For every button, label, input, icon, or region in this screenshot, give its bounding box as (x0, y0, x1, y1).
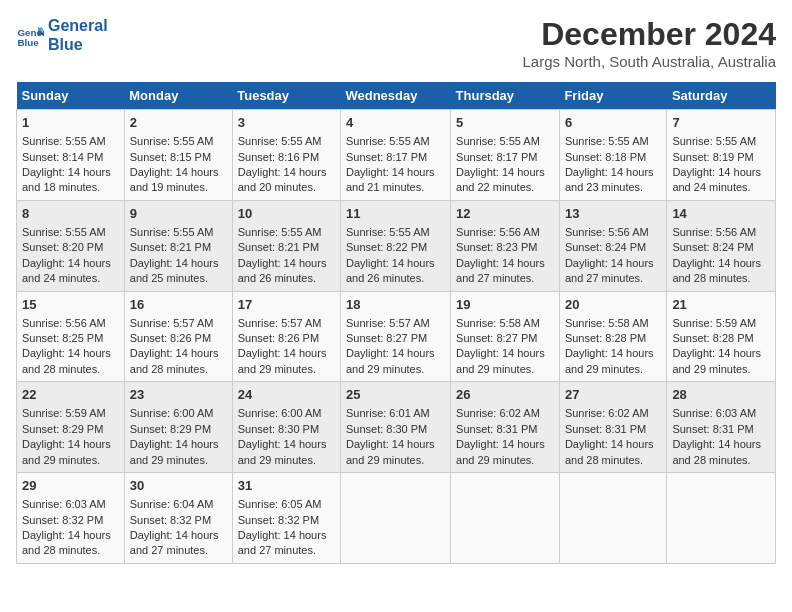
logo-text-line2: Blue (48, 35, 108, 54)
calendar-cell: 29Sunrise: 6:03 AMSunset: 8:32 PMDayligh… (17, 473, 125, 564)
day-number: 17 (238, 296, 335, 314)
day-info: Sunrise: 6:04 AM (130, 497, 227, 512)
calendar-week-5: 29Sunrise: 6:03 AMSunset: 8:32 PMDayligh… (17, 473, 776, 564)
day-info: Sunrise: 5:59 AM (672, 316, 770, 331)
day-number: 28 (672, 386, 770, 404)
day-info: Sunset: 8:16 PM (238, 150, 335, 165)
day-number: 8 (22, 205, 119, 223)
day-info: Sunset: 8:17 PM (456, 150, 554, 165)
day-info: Daylight: 14 hours (565, 256, 661, 271)
day-info: Daylight: 14 hours (456, 165, 554, 180)
day-info: Daylight: 14 hours (565, 165, 661, 180)
day-info: Sunset: 8:22 PM (346, 240, 445, 255)
day-info: Daylight: 14 hours (346, 165, 445, 180)
day-info: Sunrise: 5:55 AM (672, 134, 770, 149)
calendar-cell: 1Sunrise: 5:55 AMSunset: 8:14 PMDaylight… (17, 110, 125, 201)
day-info: and 20 minutes. (238, 180, 335, 195)
day-info: Daylight: 14 hours (238, 256, 335, 271)
day-info: Sunset: 8:25 PM (22, 331, 119, 346)
calendar-cell (340, 473, 450, 564)
day-number: 19 (456, 296, 554, 314)
day-number: 27 (565, 386, 661, 404)
day-info: and 24 minutes. (672, 180, 770, 195)
calendar-week-3: 15Sunrise: 5:56 AMSunset: 8:25 PMDayligh… (17, 291, 776, 382)
day-info: Sunrise: 5:55 AM (22, 225, 119, 240)
calendar-cell: 21Sunrise: 5:59 AMSunset: 8:28 PMDayligh… (667, 291, 776, 382)
calendar-cell: 31Sunrise: 6:05 AMSunset: 8:32 PMDayligh… (232, 473, 340, 564)
day-info: Sunrise: 5:55 AM (346, 225, 445, 240)
calendar-cell: 27Sunrise: 6:02 AMSunset: 8:31 PMDayligh… (559, 382, 666, 473)
header-cell-sunday: Sunday (17, 82, 125, 110)
day-number: 11 (346, 205, 445, 223)
day-info: Sunrise: 5:56 AM (22, 316, 119, 331)
day-number: 3 (238, 114, 335, 132)
calendar-week-1: 1Sunrise: 5:55 AMSunset: 8:14 PMDaylight… (17, 110, 776, 201)
logo: General Blue General Blue (16, 16, 108, 54)
day-info: and 22 minutes. (456, 180, 554, 195)
day-info: Daylight: 14 hours (565, 346, 661, 361)
day-number: 26 (456, 386, 554, 404)
header-cell-tuesday: Tuesday (232, 82, 340, 110)
header-cell-monday: Monday (124, 82, 232, 110)
day-number: 16 (130, 296, 227, 314)
day-info: Daylight: 14 hours (346, 256, 445, 271)
day-number: 7 (672, 114, 770, 132)
calendar-week-4: 22Sunrise: 5:59 AMSunset: 8:29 PMDayligh… (17, 382, 776, 473)
day-info: Sunrise: 5:59 AM (22, 406, 119, 421)
day-number: 21 (672, 296, 770, 314)
day-info: and 27 minutes. (238, 543, 335, 558)
day-info: and 29 minutes. (238, 453, 335, 468)
day-info: Sunset: 8:24 PM (672, 240, 770, 255)
calendar-cell: 14Sunrise: 5:56 AMSunset: 8:24 PMDayligh… (667, 200, 776, 291)
day-info: and 26 minutes. (346, 271, 445, 286)
day-info: and 28 minutes. (130, 362, 227, 377)
day-number: 22 (22, 386, 119, 404)
day-info: Daylight: 14 hours (130, 437, 227, 452)
day-number: 9 (130, 205, 227, 223)
day-info: Sunrise: 5:56 AM (565, 225, 661, 240)
day-info: Sunset: 8:28 PM (672, 331, 770, 346)
day-info: and 19 minutes. (130, 180, 227, 195)
day-number: 14 (672, 205, 770, 223)
day-info: and 29 minutes. (346, 453, 445, 468)
day-info: Sunrise: 5:55 AM (22, 134, 119, 149)
day-info: and 18 minutes. (22, 180, 119, 195)
day-number: 25 (346, 386, 445, 404)
calendar-cell: 20Sunrise: 5:58 AMSunset: 8:28 PMDayligh… (559, 291, 666, 382)
day-number: 12 (456, 205, 554, 223)
day-info: Sunset: 8:27 PM (456, 331, 554, 346)
calendar-cell: 22Sunrise: 5:59 AMSunset: 8:29 PMDayligh… (17, 382, 125, 473)
day-info: Daylight: 14 hours (672, 165, 770, 180)
day-info: Daylight: 14 hours (456, 256, 554, 271)
day-number: 20 (565, 296, 661, 314)
day-info: Sunrise: 6:03 AM (22, 497, 119, 512)
day-info: and 29 minutes. (456, 453, 554, 468)
day-info: and 29 minutes. (672, 362, 770, 377)
calendar-cell: 30Sunrise: 6:04 AMSunset: 8:32 PMDayligh… (124, 473, 232, 564)
day-info: and 28 minutes. (22, 543, 119, 558)
day-info: Daylight: 14 hours (672, 346, 770, 361)
day-info: Sunset: 8:14 PM (22, 150, 119, 165)
day-info: Daylight: 14 hours (130, 528, 227, 543)
day-info: Daylight: 14 hours (22, 528, 119, 543)
day-info: Sunset: 8:30 PM (238, 422, 335, 437)
header-cell-friday: Friday (559, 82, 666, 110)
day-number: 23 (130, 386, 227, 404)
day-info: and 29 minutes. (130, 453, 227, 468)
day-info: and 29 minutes. (346, 362, 445, 377)
calendar-cell: 16Sunrise: 5:57 AMSunset: 8:26 PMDayligh… (124, 291, 232, 382)
calendar-cell: 2Sunrise: 5:55 AMSunset: 8:15 PMDaylight… (124, 110, 232, 201)
day-info: Sunrise: 5:55 AM (456, 134, 554, 149)
day-info: and 29 minutes. (22, 453, 119, 468)
day-info: Sunrise: 6:00 AM (238, 406, 335, 421)
calendar-cell: 10Sunrise: 5:55 AMSunset: 8:21 PMDayligh… (232, 200, 340, 291)
calendar-cell: 4Sunrise: 5:55 AMSunset: 8:17 PMDaylight… (340, 110, 450, 201)
calendar-cell: 5Sunrise: 5:55 AMSunset: 8:17 PMDaylight… (451, 110, 560, 201)
day-info: Daylight: 14 hours (672, 437, 770, 452)
day-info: Daylight: 14 hours (130, 346, 227, 361)
day-info: Sunrise: 5:56 AM (672, 225, 770, 240)
day-number: 30 (130, 477, 227, 495)
day-info: Sunrise: 6:01 AM (346, 406, 445, 421)
day-number: 10 (238, 205, 335, 223)
calendar-cell: 12Sunrise: 5:56 AMSunset: 8:23 PMDayligh… (451, 200, 560, 291)
